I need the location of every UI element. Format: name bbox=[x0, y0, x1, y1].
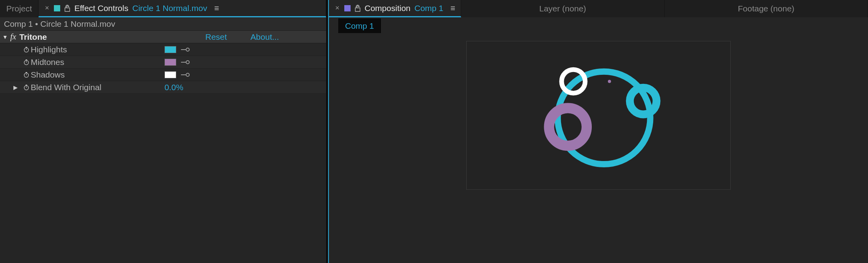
purple-dot bbox=[608, 80, 611, 83]
about-button[interactable]: About... bbox=[251, 32, 279, 42]
breadcrumb-text: Comp 1 • Circle 1 Normal.mov bbox=[4, 19, 115, 29]
comp-chip[interactable]: Comp 1 bbox=[338, 19, 381, 33]
fx-icon[interactable]: fx bbox=[10, 32, 16, 42]
prop-midtones: Midtones bbox=[0, 56, 326, 69]
tab-effect-controls[interactable]: × Effect Controls Circle 1 Normal.mov ≡ bbox=[39, 0, 326, 17]
color-swatch-shadows[interactable] bbox=[164, 71, 176, 78]
svg-point-9 bbox=[186, 61, 189, 64]
eyedropper-icon[interactable] bbox=[180, 46, 190, 54]
tab-project[interactable]: Project bbox=[0, 0, 39, 17]
disclosure-triangle-icon[interactable]: ▼ bbox=[2, 34, 9, 40]
prop-label: Highlights bbox=[31, 45, 164, 54]
unlock-icon[interactable] bbox=[355, 5, 361, 12]
tab-project-label: Project bbox=[6, 4, 32, 13]
right-tabbar: × Composition Comp 1 ≡ Layer (none) Foot… bbox=[329, 0, 868, 17]
color-swatch-highlights[interactable] bbox=[164, 46, 176, 53]
reset-button[interactable]: Reset bbox=[205, 32, 227, 42]
tab-layer-label: Layer (none) bbox=[539, 4, 586, 13]
close-icon[interactable]: × bbox=[45, 4, 49, 12]
tab-layer[interactable]: Layer (none) bbox=[461, 0, 665, 17]
purple-ring bbox=[549, 108, 587, 146]
panel-menu-icon[interactable]: ≡ bbox=[214, 4, 218, 13]
composition-viewer[interactable] bbox=[329, 33, 868, 263]
composition-artwork bbox=[467, 41, 730, 190]
prop-label: Blend With Original bbox=[31, 83, 164, 92]
close-icon[interactable]: × bbox=[335, 4, 340, 12]
comp-flowchart-tabs: Comp 1 bbox=[329, 17, 868, 33]
tab-effect-prefix: Effect Controls bbox=[74, 4, 128, 13]
prop-highlights: Highlights bbox=[0, 43, 326, 56]
prop-blend: ▶ Blend With Original 0.0% bbox=[0, 81, 326, 94]
composition-panel: × Composition Comp 1 ≡ Layer (none) Foot… bbox=[328, 0, 868, 263]
svg-rect-1 bbox=[26, 47, 27, 48]
comp-chip-label: Comp 1 bbox=[345, 21, 374, 30]
panel-menu-icon[interactable]: ≡ bbox=[451, 4, 454, 13]
tab-footage-label: Footage (none) bbox=[738, 4, 794, 13]
layer-color-swatch bbox=[54, 5, 60, 11]
stopwatch-icon[interactable] bbox=[22, 84, 31, 91]
comp-color-swatch bbox=[344, 5, 351, 11]
stopwatch-icon[interactable] bbox=[22, 59, 31, 65]
svg-rect-11 bbox=[26, 72, 27, 73]
eyedropper-icon[interactable] bbox=[180, 58, 190, 66]
unlock-icon[interactable] bbox=[64, 5, 70, 12]
effect-controls-body bbox=[0, 94, 326, 263]
effect-controls-panel: Project × Effect Controls Circle 1 Norma… bbox=[0, 0, 327, 263]
color-swatch-midtones[interactable] bbox=[164, 59, 176, 66]
svg-point-4 bbox=[186, 48, 189, 51]
left-tabbar: Project × Effect Controls Circle 1 Norma… bbox=[0, 0, 326, 17]
effect-name: Tritone bbox=[19, 32, 47, 42]
effect-header[interactable]: ▼ fx Tritone Reset About... bbox=[0, 31, 326, 43]
eyedropper-icon[interactable] bbox=[180, 71, 190, 79]
composition-canvas[interactable] bbox=[466, 41, 731, 190]
stopwatch-icon[interactable] bbox=[22, 72, 31, 78]
svg-rect-6 bbox=[26, 59, 27, 60]
svg-rect-16 bbox=[26, 85, 27, 85]
tab-comp-prefix: Composition bbox=[365, 4, 411, 13]
tab-effect-file: Circle 1 Normal.mov bbox=[132, 4, 207, 13]
blend-value[interactable]: 0.0% bbox=[164, 83, 183, 92]
breadcrumb: Comp 1 • Circle 1 Normal.mov bbox=[0, 17, 326, 31]
stopwatch-icon[interactable] bbox=[22, 46, 31, 53]
disclosure-triangle-icon[interactable]: ▶ bbox=[13, 84, 22, 91]
tab-comp-name: Comp 1 bbox=[414, 4, 443, 13]
prop-label: Shadows bbox=[31, 70, 164, 80]
prop-shadows: Shadows bbox=[0, 69, 326, 81]
prop-label: Midtones bbox=[31, 57, 164, 67]
tab-composition[interactable]: × Composition Comp 1 ≡ bbox=[329, 0, 461, 17]
tab-footage[interactable]: Footage (none) bbox=[665, 0, 868, 17]
svg-point-14 bbox=[186, 73, 189, 76]
